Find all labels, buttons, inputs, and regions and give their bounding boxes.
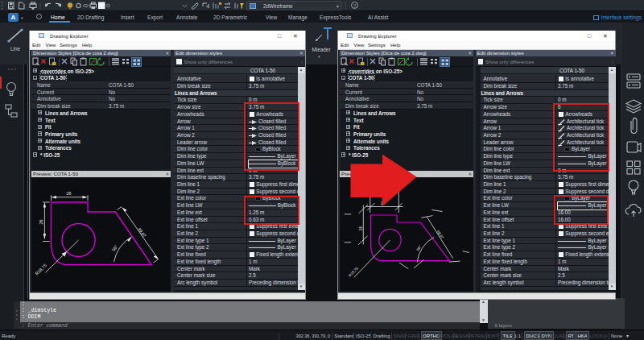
svg-text:56°: 56°	[416, 245, 423, 252]
svg-text:26: 26	[67, 191, 72, 196]
svg-text:R18,75: R18,75	[348, 267, 359, 278]
svg-text:26: 26	[359, 226, 363, 231]
svg-text:26: 26	[39, 220, 43, 225]
svg-text:48,07: 48,07	[436, 230, 445, 240]
svg-text:49,07: 49,07	[137, 226, 147, 238]
svg-text:R18,75: R18,75	[34, 263, 47, 276]
